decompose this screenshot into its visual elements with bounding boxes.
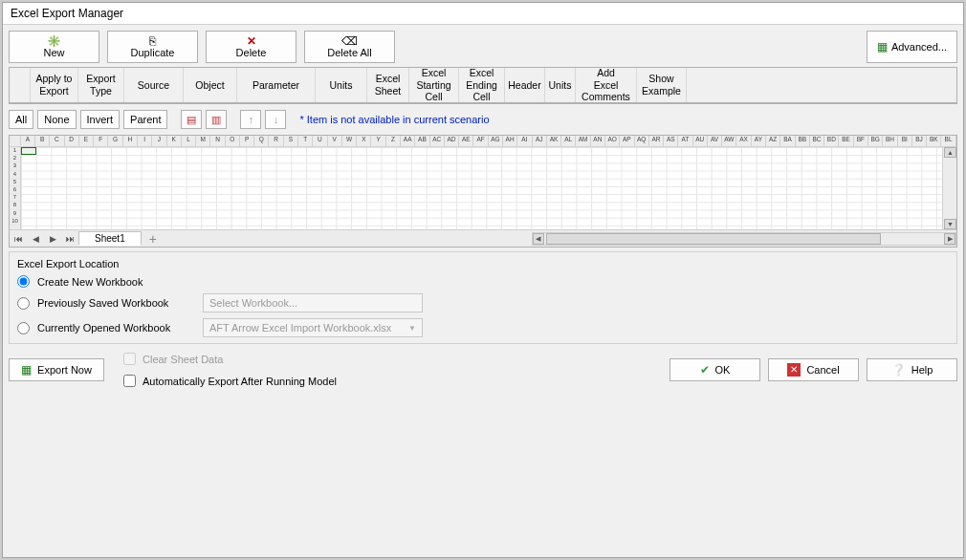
select-invert-button[interactable]: Invert <box>80 110 121 129</box>
radio-create-input[interactable] <box>17 275 30 288</box>
ok-button[interactable]: ✔ OK <box>670 358 760 381</box>
sheet-col-head[interactable]: T <box>298 136 313 146</box>
sheet-col-head[interactable]: AK <box>547 136 561 146</box>
sheet-col-head[interactable]: BJ <box>912 136 927 146</box>
sheet-col-head[interactable]: R <box>269 136 283 146</box>
sheet-hscroll[interactable]: ◀ ▶ <box>532 232 956 246</box>
sheet-col-head[interactable]: AO <box>605 136 620 146</box>
tab-nav-last[interactable]: ⏭ <box>61 231 78 247</box>
select-none-button[interactable]: None <box>37 110 76 129</box>
sheet-col-head[interactable]: X <box>357 136 371 146</box>
column-header[interactable]: Excel Sheet <box>367 68 409 102</box>
column-header[interactable]: Export Type <box>78 68 124 102</box>
delete-all-button[interactable]: ⌫ Delete All <box>304 31 395 63</box>
tab-nav-first[interactable]: ⏮ <box>10 231 27 247</box>
auto-export-input[interactable] <box>123 375 136 387</box>
sheet-col-head[interactable]: B <box>35 136 50 146</box>
sheet-col-head[interactable]: AB <box>415 136 429 146</box>
delete-button[interactable]: ✕ Delete <box>206 31 296 63</box>
sheet-corner[interactable] <box>10 136 21 146</box>
sheet-col-head[interactable]: AA <box>401 136 415 146</box>
sheet-row-head[interactable]: 7 <box>10 194 20 202</box>
column-header[interactable]: Source <box>124 68 184 102</box>
sheet-col-head[interactable]: O <box>226 136 240 146</box>
sheet-col-head[interactable]: M <box>196 136 210 146</box>
sheet-col-head[interactable]: BA <box>780 136 795 146</box>
sheet-row-head[interactable]: 1 <box>10 147 20 155</box>
radio-current[interactable]: Currently Opened Workbook AFT Arrow Exce… <box>17 318 949 337</box>
scroll-down-arrow[interactable]: ▼ <box>944 219 956 229</box>
help-button[interactable]: ❔ Help <box>867 358 957 381</box>
sheet-col-head[interactable]: F <box>94 136 108 146</box>
sheet-col-head[interactable]: G <box>108 136 122 146</box>
sheet-row-head[interactable]: 2 <box>10 155 20 162</box>
export-grid-body[interactable] <box>9 103 957 104</box>
sheet-col-head[interactable]: AH <box>503 136 517 146</box>
sheet-col-head[interactable]: L <box>182 136 196 146</box>
sheet-col-head[interactable]: AY <box>752 136 766 146</box>
column-header[interactable]: Apply to Export <box>31 68 78 102</box>
move-up-button[interactable]: ↑ <box>240 110 261 129</box>
sheet-col-head[interactable]: AR <box>649 136 664 146</box>
sheet-col-head[interactable]: K <box>167 136 182 146</box>
radio-create-new[interactable]: Create New Workbook <box>17 275 949 288</box>
sheet-col-head[interactable]: I <box>138 136 152 146</box>
sheet-col-head[interactable]: A <box>21 136 35 146</box>
sheet-col-head[interactable]: C <box>50 136 64 146</box>
sheet-col-head[interactable]: BE <box>839 136 853 146</box>
column-header[interactable]: Add Excel Comments <box>576 68 637 102</box>
column-header[interactable]: Units <box>316 68 367 102</box>
scroll-up-arrow[interactable]: ▲ <box>944 147 956 158</box>
sheet-col-head[interactable]: AF <box>473 136 488 146</box>
sheet-vscroll[interactable]: ▲ ▼ <box>942 147 956 229</box>
move-down-button[interactable]: ↓ <box>265 110 286 129</box>
sheet-col-head[interactable]: AT <box>678 136 692 146</box>
sheet-col-head[interactable]: AV <box>708 136 722 146</box>
sheet-col-head[interactable]: AN <box>591 136 605 146</box>
sheet-col-head[interactable]: AJ <box>533 136 547 146</box>
sheet-cells[interactable] <box>21 147 942 229</box>
sheet-col-head[interactable]: AG <box>489 136 503 146</box>
sheet-col-head[interactable]: AX <box>736 136 751 146</box>
sheet-col-head[interactable]: BC <box>810 136 824 146</box>
sheet-col-head[interactable]: BI <box>898 136 912 146</box>
radio-previous-input[interactable] <box>17 297 30 310</box>
sheet-col-head[interactable]: Y <box>371 136 385 146</box>
sheet-col-head[interactable]: BK <box>927 136 941 146</box>
sheet-col-head[interactable]: Q <box>254 136 269 146</box>
sheet-col-head[interactable]: U <box>313 136 327 146</box>
sheet-col-head[interactable]: AW <box>722 136 736 146</box>
sheet-col-head[interactable]: BH <box>883 136 897 146</box>
duplicate-button[interactable]: ⎘ Duplicate <box>107 31 198 63</box>
sheet-col-head[interactable]: AP <box>620 136 634 146</box>
column-header[interactable]: Excel Starting Cell <box>409 68 459 102</box>
sheet-tab-active[interactable]: Sheet1 <box>78 231 142 246</box>
sheet-col-head[interactable]: AU <box>693 136 708 146</box>
tab-nav-next[interactable]: ▶ <box>44 231 61 247</box>
sheet-col-head[interactable]: S <box>284 136 298 146</box>
radio-current-input[interactable] <box>17 322 30 334</box>
sheet-row-head[interactable]: 5 <box>10 179 20 186</box>
sheet-col-head[interactable]: AL <box>561 136 576 146</box>
tab-nav-prev[interactable]: ◀ <box>27 231 44 247</box>
sheet-col-head[interactable]: BD <box>824 136 839 146</box>
sheet-col-head[interactable]: E <box>79 136 94 146</box>
scroll-left-arrow[interactable]: ◀ <box>533 233 544 245</box>
sheet-col-head[interactable]: BL <box>941 136 955 146</box>
sheet-col-head[interactable]: AE <box>459 136 473 146</box>
column-header[interactable]: Units <box>545 68 576 102</box>
sheet-col-head[interactable]: AC <box>430 136 445 146</box>
sheet-col-head[interactable]: P <box>240 136 254 146</box>
sheet-col-head[interactable]: BF <box>854 136 868 146</box>
sheet-col-head[interactable]: N <box>210 136 225 146</box>
sheet-col-head[interactable]: AZ <box>766 136 780 146</box>
advanced-button[interactable]: ▦ Advanced... <box>867 31 957 63</box>
sheet-row-head[interactable]: 3 <box>10 162 20 170</box>
sheet-row-head[interactable]: 4 <box>10 171 20 179</box>
column-header[interactable]: Header <box>505 68 545 102</box>
sheet-col-head[interactable]: AS <box>664 136 678 146</box>
cancel-button[interactable]: ✕ Cancel <box>768 358 859 381</box>
sheet-row-head[interactable]: 8 <box>10 202 20 209</box>
column-header[interactable]: Excel Ending Cell <box>459 68 505 102</box>
scroll-right-arrow[interactable]: ▶ <box>944 233 955 245</box>
